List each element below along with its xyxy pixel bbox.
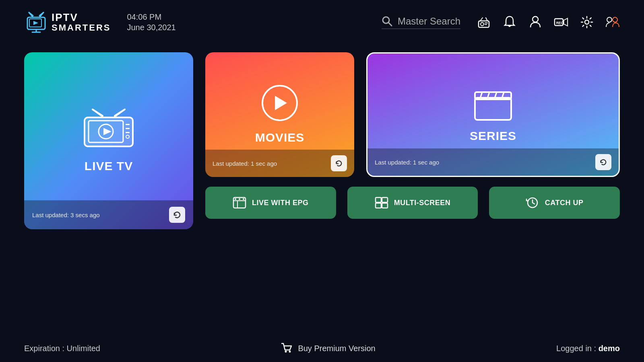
catch-up-label: CATCH UP bbox=[545, 199, 584, 207]
search-icon bbox=[382, 16, 393, 27]
series-updated: Last updated: 1 sec ago bbox=[375, 159, 439, 166]
live-epg-label: LIVE WITH EPG bbox=[252, 199, 309, 207]
account-switch-icon[interactable] bbox=[605, 15, 620, 29]
catchup-icon bbox=[526, 197, 539, 209]
current-date: June 30,2021 bbox=[127, 22, 175, 33]
svg-point-23 bbox=[585, 20, 589, 24]
main-content: LIVE TV Last updated: 3 secs ago bbox=[0, 44, 644, 249]
bottom-buttons: LIVE WITH EPG MULTI-SCREEN bbox=[205, 187, 620, 219]
bell-icon[interactable] bbox=[502, 15, 517, 29]
series-card[interactable]: SERIES Last updated: 1 sec ago bbox=[366, 52, 620, 177]
svg-marker-6 bbox=[33, 21, 38, 25]
svg-rect-34 bbox=[126, 124, 130, 125]
svg-point-24 bbox=[607, 17, 612, 22]
live-epg-button[interactable]: LIVE WITH EPG bbox=[205, 187, 336, 219]
expiration-text: Expiration : Unlimited bbox=[24, 344, 100, 353]
buy-premium-label: Buy Premium Version bbox=[298, 344, 375, 353]
iptv-logo-icon bbox=[24, 10, 48, 34]
datetime-area: 04:06 PM June 30,2021 bbox=[127, 12, 175, 33]
svg-point-12 bbox=[481, 23, 484, 26]
svg-point-56 bbox=[289, 351, 291, 353]
live-tv-updated: Last updated: 3 secs ago bbox=[32, 212, 100, 218]
svg-line-28 bbox=[93, 109, 103, 116]
live-tv-label: LIVE TV bbox=[85, 159, 133, 173]
multi-screen-icon bbox=[375, 197, 388, 209]
movies-footer: Last updated: 1 sec ago bbox=[205, 150, 354, 177]
logged-in-user: demo bbox=[599, 344, 620, 353]
series-refresh-btn[interactable] bbox=[595, 154, 611, 170]
movies-play-icon bbox=[262, 85, 298, 121]
footer: Expiration : Unlimited Buy Premium Versi… bbox=[0, 343, 644, 354]
live-tv-icon-wrap bbox=[80, 109, 137, 153]
right-col: MOVIES Last updated: 1 sec ago bbox=[205, 52, 620, 219]
svg-marker-21 bbox=[564, 19, 568, 26]
live-tv-card[interactable]: LIVE TV Last updated: 3 secs ago bbox=[24, 52, 193, 229]
logged-in-text: Logged in : demo bbox=[556, 344, 620, 353]
svg-rect-35 bbox=[126, 128, 130, 129]
buy-premium-button[interactable]: Buy Premium Version bbox=[281, 343, 375, 354]
svg-point-48 bbox=[239, 198, 240, 200]
svg-rect-51 bbox=[382, 197, 388, 202]
series-icon bbox=[471, 86, 515, 123]
svg-rect-36 bbox=[126, 132, 130, 133]
multi-screen-label: MULTI-SCREEN bbox=[394, 199, 451, 207]
svg-point-49 bbox=[243, 198, 244, 200]
logo-area: IPTV SMARTERS bbox=[24, 10, 111, 34]
series-label: SERIES bbox=[470, 129, 516, 143]
series-footer: Last updated: 1 sec ago bbox=[367, 148, 619, 176]
search-label: Master Search bbox=[398, 16, 460, 27]
movies-updated: Last updated: 1 sec ago bbox=[213, 160, 277, 167]
logo-iptv-text: IPTV bbox=[52, 12, 111, 23]
user-icon[interactable] bbox=[528, 15, 543, 29]
search-area[interactable]: Master Search bbox=[382, 16, 460, 29]
svg-point-25 bbox=[613, 17, 617, 22]
svg-rect-53 bbox=[382, 203, 388, 208]
tv-icon bbox=[80, 109, 137, 153]
svg-line-29 bbox=[115, 109, 125, 116]
svg-point-19 bbox=[533, 16, 538, 22]
multi-screen-button[interactable]: MULTI-SCREEN bbox=[347, 187, 478, 219]
live-tv-refresh-btn[interactable] bbox=[169, 207, 185, 223]
current-time: 04:06 PM bbox=[127, 12, 175, 22]
top-cards: MOVIES Last updated: 1 sec ago bbox=[205, 52, 620, 177]
svg-text:REC: REC bbox=[556, 21, 564, 25]
catch-up-button[interactable]: CATCH UP bbox=[489, 187, 620, 219]
epg-icon bbox=[233, 197, 246, 209]
svg-line-10 bbox=[388, 23, 392, 26]
live-tv-footer: Last updated: 3 secs ago bbox=[24, 200, 193, 229]
svg-rect-52 bbox=[376, 203, 381, 208]
cart-icon bbox=[281, 343, 293, 354]
movies-refresh-btn[interactable] bbox=[331, 155, 347, 171]
radio-icon[interactable] bbox=[477, 15, 491, 29]
settings-icon[interactable] bbox=[580, 15, 594, 29]
record-icon[interactable]: REC bbox=[554, 15, 568, 29]
movies-label: MOVIES bbox=[255, 131, 305, 144]
svg-rect-50 bbox=[376, 197, 381, 202]
svg-point-55 bbox=[285, 351, 287, 353]
logo-smarters-text: SMARTERS bbox=[52, 23, 111, 33]
nav-icons: REC bbox=[477, 15, 620, 29]
svg-point-47 bbox=[235, 198, 236, 200]
header: IPTV SMARTERS 04:06 PM June 30,2021 Mast… bbox=[0, 0, 644, 44]
cards-row: LIVE TV Last updated: 3 secs ago bbox=[24, 52, 620, 229]
movies-card[interactable]: MOVIES Last updated: 1 sec ago bbox=[205, 52, 354, 177]
svg-rect-38 bbox=[475, 98, 511, 120]
